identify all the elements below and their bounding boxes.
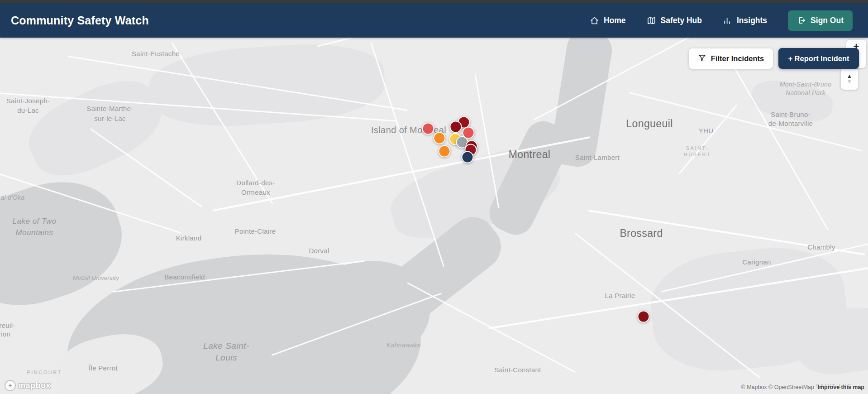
map-label: nal d'Oka xyxy=(0,194,25,201)
map-label: Chambly xyxy=(807,243,835,251)
bar-chart-icon xyxy=(723,16,732,25)
map-label: Beaconsfield xyxy=(164,273,205,281)
map-label: McGill University xyxy=(73,274,119,281)
incident-marker[interactable] xyxy=(638,311,650,323)
filter-label: Filter Incidents xyxy=(711,54,764,63)
map-canvas[interactable]: Saint-EustacheSaint-Joseph-du-LacSainte-… xyxy=(0,38,868,394)
map-label: National Park xyxy=(786,89,825,96)
nav-item-safety-hub[interactable]: Safety Hub xyxy=(647,16,702,25)
report-label: + Report Incident xyxy=(788,54,849,63)
nav-label: Home xyxy=(604,16,626,25)
map-label: Sainte-Marthe- xyxy=(86,105,133,112)
map-label: du-Lac xyxy=(17,106,39,114)
map-label: PINCOURT xyxy=(27,370,62,375)
map-label: Brossard xyxy=(620,227,663,240)
road-line xyxy=(90,128,202,207)
page-title: Community Safety Watch xyxy=(11,14,149,27)
map-label: La Prairie xyxy=(605,292,635,299)
sign-out-label: Sign Out xyxy=(811,16,844,25)
map-label: Ormeaux xyxy=(241,188,270,196)
map-label: YHU xyxy=(699,127,714,135)
map-label: Lake of Two xyxy=(13,217,57,226)
map-label: Dorval xyxy=(309,247,329,255)
map-label: Montreal xyxy=(509,149,551,161)
map-label: rion xyxy=(0,330,10,338)
nav-item-insights[interactable]: Insights xyxy=(723,16,767,25)
mapbox-pin-icon: ✦ xyxy=(5,380,16,391)
map-label: Longueuil xyxy=(626,118,672,130)
map-label: de-Montarville xyxy=(768,120,813,127)
map-label: Saint-Constant xyxy=(494,366,541,374)
map-label: Saint-Eustache xyxy=(132,50,180,58)
map-label: Carignan xyxy=(742,258,771,266)
app-header: Community Safety Watch Home Safety Hub I… xyxy=(0,3,868,38)
nav-item-home[interactable]: Home xyxy=(590,16,626,25)
pitch-down-button[interactable]: ▼ xyxy=(847,79,852,84)
nav-label: Insights xyxy=(737,16,767,25)
incident-marker[interactable] xyxy=(434,132,446,144)
map-attribution: © Mapbox © OpenStreetMap Improve this ma… xyxy=(741,384,864,390)
mapbox-logo[interactable]: ✦ mapbox xyxy=(5,380,51,391)
report-incident-button[interactable]: + Report Incident xyxy=(778,48,859,69)
map-label: sur-le-Lac xyxy=(94,115,126,122)
map-label: Dollard-des- xyxy=(236,179,275,187)
sign-out-button[interactable]: Sign Out xyxy=(788,10,853,31)
road-line xyxy=(317,38,563,47)
map-label: HUBERT xyxy=(684,152,711,157)
road-line xyxy=(678,104,738,174)
map-label: Kahnawake xyxy=(386,341,421,349)
home-icon xyxy=(590,16,599,25)
map-label: Saint-Bruno- xyxy=(771,111,811,118)
map-pitch-control: ▲ ▼ xyxy=(841,68,858,90)
incident-marker[interactable] xyxy=(462,151,474,163)
map-label: Kirkland xyxy=(176,234,202,242)
map-label: Saint-Joseph- xyxy=(6,97,50,105)
mapbox-wordmark: mapbox xyxy=(18,381,51,390)
incident-marker[interactable] xyxy=(422,123,434,135)
map-label: Saint-Lambert xyxy=(575,154,620,161)
filter-incidents-button[interactable]: Filter Incidents xyxy=(689,48,773,69)
attribution-text[interactable]: © Mapbox © OpenStreetMap xyxy=(741,384,814,390)
incident-marker[interactable] xyxy=(450,121,462,133)
map-label: Pointe-Claire xyxy=(235,227,276,235)
map-icon xyxy=(647,16,656,25)
improve-map-link[interactable]: Improve this map xyxy=(818,384,865,390)
funnel-icon xyxy=(698,53,706,64)
nav-label: Safety Hub xyxy=(661,16,702,25)
map-label: Lake Saint- xyxy=(203,341,249,351)
main-nav: Home Safety Hub Insights Sign Out xyxy=(590,10,853,31)
map-label: Mont-Saint-Bruno xyxy=(780,81,832,88)
map-label: reuil- xyxy=(0,322,15,329)
map-label: Mountains xyxy=(16,228,53,237)
map-label: Louis xyxy=(215,353,237,363)
map-label: Île Perrot xyxy=(89,364,118,372)
map-label: SAINT- xyxy=(686,145,709,151)
sign-out-icon xyxy=(797,16,806,25)
incident-marker[interactable] xyxy=(439,145,451,158)
window-chrome-strip xyxy=(0,0,868,3)
